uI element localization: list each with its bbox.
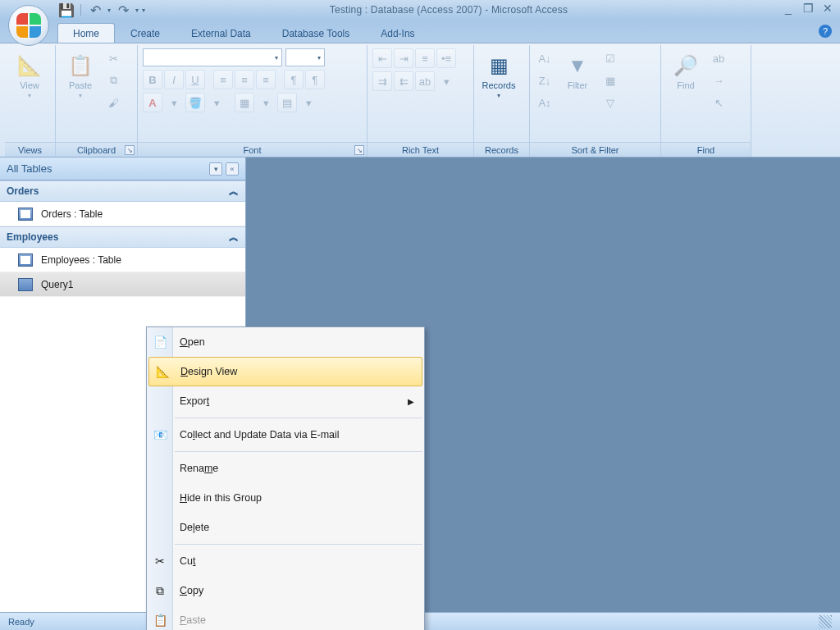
text-ltr-button[interactable]: ⇉ — [372, 71, 392, 91]
cut-button[interactable]: ✂ — [103, 48, 123, 68]
replace-button[interactable]: ab — [709, 48, 728, 68]
align-center-button[interactable]: ≡ — [235, 70, 254, 89]
tab-external-data[interactable]: External Data — [176, 23, 267, 43]
nav-item-query1[interactable]: Query1 — [0, 272, 245, 297]
copy-button[interactable]: ⧉ — [103, 71, 123, 90]
sort-desc-button[interactable]: Z↓ — [535, 71, 555, 90]
nav-menu-button[interactable]: ▾ — [209, 162, 222, 176]
resize-grip-icon[interactable] — [819, 615, 832, 628]
font-size-combo[interactable]: ▾ — [285, 48, 325, 66]
highlight-menu[interactable]: ▾ — [436, 71, 456, 91]
query-icon — [18, 278, 33, 291]
chevron-down-icon: ▾ — [79, 92, 82, 99]
dialog-launcher-icon[interactable]: ↘ — [125, 145, 135, 155]
sort-asc-button[interactable]: A↓ — [535, 48, 555, 68]
undo-menu-icon[interactable]: ▾ — [107, 7, 111, 14]
nav-pane-title: All Tables — [7, 162, 52, 175]
bullets-button[interactable]: •≡ — [436, 48, 456, 68]
find-button[interactable]: 🔎 Find — [666, 48, 705, 121]
font-name-combo[interactable]: ▾ — [143, 48, 282, 66]
collect-icon: 📧 — [153, 427, 167, 442]
paste-button[interactable]: 📋 Paste ▾ — [61, 48, 100, 121]
redo-button[interactable]: ↷ — [114, 2, 132, 17]
dialog-launcher-icon[interactable]: ↘ — [354, 145, 364, 155]
group-label-views: Views — [5, 142, 55, 157]
menu-separator — [175, 544, 422, 545]
menu-delete[interactable]: Delete — [147, 513, 424, 542]
office-button[interactable] — [8, 5, 49, 46]
goto-button[interactable]: → — [709, 71, 728, 90]
numbering-button[interactable]: ≡ — [415, 48, 435, 68]
format-painter-button[interactable]: 🖌 — [103, 93, 123, 112]
menu-export[interactable]: Export ▶ — [147, 386, 424, 416]
select-button[interactable]: ↖ — [709, 93, 728, 112]
menu-hide[interactable]: Hide in this Group — [147, 483, 424, 513]
decrease-indent-button[interactable]: ⇤ — [372, 48, 392, 68]
close-button[interactable]: ✕ — [820, 2, 835, 15]
records-icon: ▦ — [486, 52, 512, 79]
view-button[interactable]: 📐 View ▾ — [10, 48, 49, 121]
nav-pane-header[interactable]: All Tables ▾ « — [0, 158, 245, 180]
selection-filter-button[interactable]: ☑ — [600, 48, 620, 68]
qat-customize-icon[interactable]: ▾ — [142, 7, 145, 14]
toggle-filter-button[interactable]: ▽ — [600, 93, 620, 112]
view-icon: 📐 — [16, 52, 43, 79]
ribbon: 📐 View ▾ Views 📋 Paste ▾ ✂ ⧉ 🖌 Clipboard… — [0, 43, 840, 158]
clear-sort-button[interactable]: A↕ — [535, 93, 555, 112]
gridlines-button[interactable]: ▦ — [235, 93, 254, 112]
nav-item-employees-table[interactable]: Employees : Table — [0, 248, 245, 272]
minimize-button[interactable]: _ — [781, 2, 796, 15]
font-color-button[interactable]: A — [143, 93, 162, 112]
nav-collapse-button[interactable]: « — [226, 162, 239, 176]
menu-copy[interactable]: ⧉ Copy — [147, 576, 424, 605]
align-right-button[interactable]: ≡ — [256, 70, 276, 89]
alt-row-menu[interactable]: ▾ — [299, 93, 318, 112]
tab-database-tools[interactable]: Database Tools — [267, 23, 366, 43]
italic-button[interactable]: I — [164, 70, 184, 89]
menu-cut[interactable]: ✂ Cut — [147, 546, 424, 576]
restore-button[interactable]: ❐ — [801, 2, 815, 15]
nav-item-orders-table[interactable]: Orders : Table — [0, 202, 245, 226]
cut-icon: ✂ — [153, 554, 167, 568]
menu-collect-update[interactable]: 📧 Collect and Update Data via E-mail — [147, 420, 424, 450]
group-label-records: Records — [474, 142, 529, 157]
text-rtl-button[interactable]: ⇇ — [394, 71, 413, 91]
highlight-button[interactable]: ab — [415, 71, 435, 91]
fill-color-button[interactable]: 🪣 — [185, 93, 205, 112]
group-views: 📐 View ▾ Views — [5, 45, 56, 157]
nav-group-employees[interactable]: Employees ︽ — [0, 226, 245, 248]
undo-button[interactable]: ↶ — [86, 2, 104, 17]
menu-rename[interactable]: Rename — [147, 454, 424, 483]
font-color-menu[interactable]: ▾ — [164, 93, 184, 112]
filter-button[interactable]: ▼ Filter — [558, 48, 597, 121]
open-icon: 📄 — [153, 335, 167, 349]
group-find: 🔎 Find ab → ↖ Find — [661, 45, 751, 157]
group-sort-filter: A↓ Z↓ A↕ ▼ Filter ☑ ▦ ▽ Sort & Filter — [530, 45, 661, 157]
tab-create[interactable]: Create — [115, 23, 176, 43]
menu-open[interactable]: 📄 Open — [147, 327, 424, 357]
advanced-filter-button[interactable]: ▦ — [600, 71, 620, 90]
save-button[interactable]: 💾 — [57, 2, 75, 17]
rtl-button[interactable]: ¶ — [305, 70, 325, 89]
tab-add-ins[interactable]: Add-Ins — [365, 23, 430, 43]
underline-button[interactable]: U — [185, 70, 205, 89]
increase-indent-button[interactable]: ⇥ — [394, 48, 413, 68]
fill-color-menu[interactable]: ▾ — [207, 93, 226, 112]
ltr-button[interactable]: ¶ — [284, 70, 304, 89]
window-title: Testing : Database (Access 2007) - Micro… — [57, 4, 840, 16]
ribbon-tabs: Home Create External Data Database Tools… — [0, 20, 840, 43]
gridlines-menu[interactable]: ▾ — [256, 93, 276, 112]
help-icon[interactable]: ? — [819, 25, 832, 38]
paste-icon: 📋 — [67, 52, 94, 79]
alt-row-button[interactable]: ▤ — [277, 93, 297, 112]
menu-paste: 📋 Paste — [147, 605, 424, 630]
nav-group-orders[interactable]: Orders ︽ — [0, 180, 245, 202]
bold-button[interactable]: B — [143, 70, 162, 89]
group-rich-text: ⇤ ⇥ ≡ •≡ ⇉ ⇇ ab ▾ Rich Text — [368, 45, 474, 157]
records-button[interactable]: ▦ Records ▾ — [479, 48, 518, 121]
group-label-font: Font↘ — [138, 142, 367, 157]
redo-menu-icon[interactable]: ▾ — [135, 7, 139, 14]
align-left-button[interactable]: ≡ — [213, 70, 233, 89]
menu-design-view[interactable]: 📐 Design View — [148, 357, 422, 386]
tab-home[interactable]: Home — [57, 23, 115, 43]
